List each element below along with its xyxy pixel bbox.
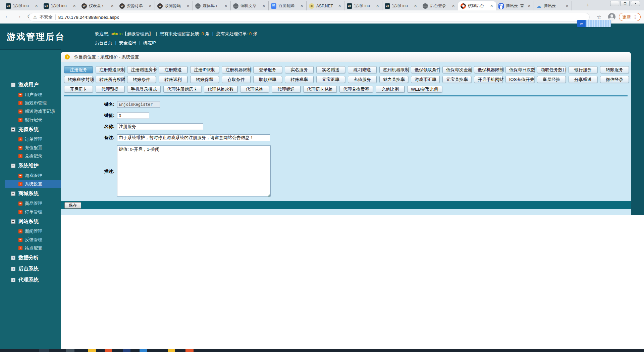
sidebar-section-expanded[interactable]: −充值系统 [0,124,61,135]
settings-tab-button[interactable]: 转账条件 [127,76,156,83]
settings-tab-button[interactable]: WEB金币比例 [407,86,442,93]
settings-tab-button[interactable]: 存取条件 [222,76,251,83]
taskbar[interactable] [0,349,644,352]
settings-tab-button[interactable]: 转账税率 [285,76,314,83]
save-button[interactable]: 保存 [64,202,81,209]
url-text[interactable]: 81.70.179.244:888/index.aspx [58,15,119,20]
browser-tab[interactable]: ASP.NET✕ [307,1,344,10]
settings-tab-button[interactable]: 实名服务 [285,66,314,73]
settings-tab-button[interactable]: 注册服务 [64,66,93,73]
browser-tab[interactable]: 编辑文章✕ [231,1,269,10]
sidebar-section-expanded[interactable]: −游戏用户 [0,79,61,90]
settings-tab-button[interactable]: 代理兑换 [240,86,269,93]
browser-tab[interactable]: BT宝塔Linu✕ [344,1,382,10]
sidebar-section-expanded[interactable]: −商城系统 [0,188,61,199]
collapse-icon[interactable]: − [11,164,15,168]
key-value-input[interactable] [117,112,149,119]
taskbar-icon[interactable] [123,349,130,352]
settings-tab-button[interactable]: 开启房卡 [64,86,93,93]
settings-tab-button[interactable]: 代理预提 [96,86,124,93]
settings-tab-button[interactable]: 登录服务 [253,66,282,73]
settings-tab-button[interactable]: 转账税收封顶 [64,76,93,83]
back-icon[interactable]: ← [5,13,10,19]
sidebar-section-collapsed[interactable]: +数据分析 [0,252,61,263]
sidebar-item[interactable]: ➜兑换记录 [5,152,61,160]
nav-logout-link[interactable]: 安全退出 [119,40,137,45]
settings-tab-button[interactable]: 转账服务 [600,66,629,73]
resize-grip-icon[interactable] [267,193,270,197]
browser-tab[interactable]: 腾讯云_首✕ [496,1,534,10]
netdisk-widget-body[interactable] [586,20,611,27]
new-tab-button[interactable]: + [586,2,589,8]
expand-icon[interactable]: + [11,278,15,282]
settings-tab-button[interactable]: 低保领取条件 [411,66,440,73]
close-button[interactable]: ✕ [631,1,640,6]
maximize-button[interactable]: ❐ [621,1,630,6]
sidebar-item[interactable]: ➜游戏币管理 [5,99,61,107]
browser-tab[interactable]: 媒体库 ‹✕ [193,1,231,10]
sidebar-section-expanded[interactable]: −系统维护 [0,160,61,171]
sidebar-item[interactable]: ➜商品管理 [5,199,61,208]
taskbar-icon[interactable] [185,349,194,352]
browser-tab[interactable]: 译百度翻译✕ [269,1,307,10]
bookmark-star-icon[interactable]: ☆ [597,14,601,20]
tab-close-icon[interactable]: ✕ [110,4,114,8]
sidebar-item[interactable]: ➜订单管理 [5,135,61,143]
expand-icon[interactable]: + [11,267,15,271]
sidebar-item[interactable]: ➜反馈管理 [5,235,61,244]
tab-close-icon[interactable]: ✕ [565,4,569,8]
nav-home-link[interactable]: 后台首页 [95,40,112,45]
settings-tab-button[interactable]: 注册赠送限制 [96,66,124,73]
settings-tab-button[interactable]: 代理注册赠房卡 [163,86,201,93]
settings-tab-button[interactable]: 注册赠送房卡 [127,66,156,73]
sidebar-item[interactable]: ➜充值配置 [5,143,61,152]
browser-tab[interactable]: BT宝塔Linu✕ [41,1,79,10]
sidebar-item[interactable]: ➜系统设置 [5,180,61,188]
tab-close-icon[interactable]: ✕ [186,4,190,8]
menu-dots-icon[interactable]: ⋮ [633,14,637,19]
settings-tab-button[interactable]: 游戏币汇率 [411,76,440,83]
sidebar-item[interactable]: ➜银行记录 [5,116,61,124]
browser-tab[interactable]: W仪表盘 ‹✕ [79,1,117,10]
settings-tab-button[interactable]: 注册赠送 [159,66,187,73]
settings-tab-button[interactable]: 微信登录 [600,76,629,83]
settings-tab-button[interactable]: 代理兑换费率 [339,86,373,93]
netdisk-widget[interactable]: ∞ [577,20,611,27]
browser-tab[interactable]: BT宝塔Linu✕ [3,1,41,10]
settings-tab-button[interactable]: 低保每次金额 [442,66,471,73]
settings-tab-button[interactable]: 转账返利 [159,76,187,83]
tab-close-icon[interactable]: ✕ [148,4,152,8]
profile-avatar[interactable] [608,13,615,20]
taskbar-icon[interactable] [88,349,96,352]
settings-tab-button[interactable]: 元宝兑换率 [442,76,471,83]
collapse-icon[interactable]: − [11,191,15,196]
taskbar-icon[interactable] [140,349,147,352]
tab-close-icon[interactable]: ✕ [451,4,455,8]
settings-tab-button[interactable]: 低保机器限制 [474,66,503,73]
sidebar-section-collapsed[interactable]: +代理系统 [0,274,61,285]
collapse-icon[interactable]: − [11,219,15,224]
sidebar-item[interactable]: ➜站点配置 [5,244,61,252]
tab-close-icon[interactable]: ✕ [414,4,418,8]
settings-tab-button[interactable]: 代理赠送 [272,86,301,93]
expand-icon[interactable]: + [11,256,15,260]
key-name-input[interactable] [117,101,160,108]
tab-close-icon[interactable]: ✕ [338,4,342,8]
settings-tab-button[interactable]: 实名赠送 [316,66,345,73]
settings-tab-button[interactable]: 代理兑换次数 [204,86,237,93]
settings-tab-button[interactable]: 取款税率 [253,76,282,83]
collapse-icon[interactable]: − [11,127,15,132]
settings-tab-button[interactable]: 分享赠送 [569,76,597,83]
sidebar-item[interactable]: ➜新闻管理 [5,227,61,235]
tab-close-icon[interactable]: ✕ [72,4,76,8]
forward-icon[interactable]: → [16,13,21,19]
sidebar-section-expanded[interactable]: −网站系统 [0,216,61,227]
settings-tab-button[interactable]: 代理房卡兑换 [303,86,337,93]
settings-tab-button[interactable]: 银行服务 [569,66,597,73]
collapse-icon[interactable]: − [11,83,15,87]
browser-tab[interactable]: ☁腾讯云 -✕ [534,1,572,10]
tab-close-icon[interactable]: ✕ [224,4,228,8]
tab-close-icon[interactable]: ✕ [262,4,266,8]
settings-tab-button[interactable]: 魅力兑换率 [379,76,408,83]
tab-close-icon[interactable]: ✕ [35,4,39,8]
